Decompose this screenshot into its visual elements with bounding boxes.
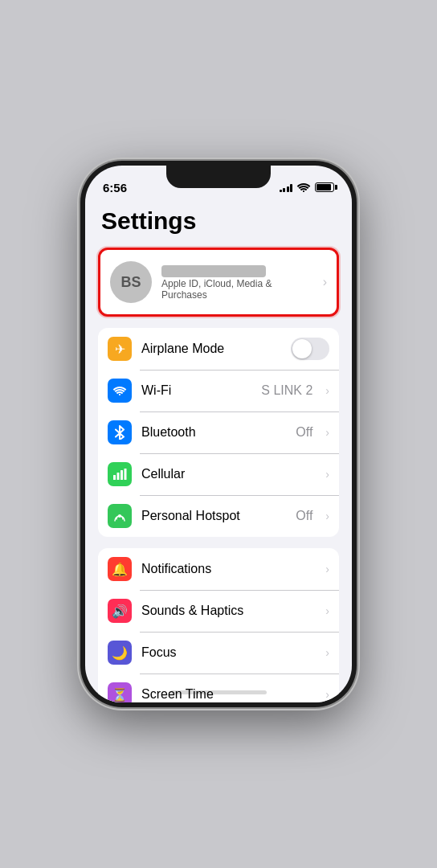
profile-row[interactable]: BS Apple ID, iCloud, Media & Purchases › [98, 248, 339, 317]
focus-chevron: › [325, 646, 329, 659]
toggle-thumb [292, 339, 312, 358]
profile-chevron: › [323, 275, 327, 289]
notifications-label: Notifications [141, 562, 316, 576]
focus-row[interactable]: 🌙 Focus › [98, 632, 339, 674]
personal-hotspot-row[interactable]: Personal Hotspot Off › [98, 495, 339, 537]
bluetooth-label: Bluetooth [141, 425, 286, 440]
wifi-chevron: › [325, 384, 329, 397]
bluetooth-chevron: › [325, 426, 329, 439]
screen: 6:56 Settings [85, 166, 352, 702]
profile-info: Apple ID, iCloud, Media & Purchases [161, 264, 313, 301]
bluetooth-value: Off [296, 425, 312, 440]
hotspot-value: Off [296, 509, 312, 523]
wifi-icon [108, 379, 132, 403]
notifications-icon: 🔔 [108, 557, 132, 581]
svg-rect-1 [117, 473, 120, 480]
sounds-chevron: › [325, 604, 329, 617]
hotspot-icon [108, 504, 132, 528]
avatar: BS [110, 261, 152, 303]
notifications-chevron: › [325, 563, 329, 575]
screen-time-icon: ⏳ [108, 682, 132, 702]
wifi-label: Wi-Fi [141, 383, 251, 398]
svg-rect-3 [125, 469, 127, 480]
sounds-label: Sounds & Haptics [141, 604, 316, 618]
screen-time-row[interactable]: ⏳ Screen Time › [98, 674, 339, 702]
battery-icon [315, 182, 334, 192]
cellular-row[interactable]: Cellular › [98, 453, 339, 495]
settings-content: Settings BS Apple ID, iCloud, Media & Pu… [85, 201, 352, 702]
airplane-mode-row[interactable]: ✈ Airplane Mode [98, 328, 339, 370]
focus-icon: 🌙 [108, 641, 132, 665]
airplane-mode-icon: ✈ [108, 337, 132, 361]
airplane-mode-label: Airplane Mode [141, 342, 281, 356]
bluetooth-row[interactable]: Bluetooth Off › [98, 411, 339, 453]
notch [166, 166, 271, 188]
page-title: Settings [98, 207, 339, 235]
phone-frame: 6:56 Settings [80, 161, 357, 707]
cellular-icon [108, 462, 132, 486]
svg-rect-2 [120, 470, 123, 480]
sounds-row[interactable]: 🔊 Sounds & Haptics › [98, 590, 339, 632]
connectivity-group: ✈ Airplane Mode [98, 328, 339, 537]
signal-icon [280, 183, 293, 192]
sounds-icon: 🔊 [108, 599, 132, 623]
hotspot-chevron: › [325, 510, 329, 522]
profile-subtitle: Apple ID, iCloud, Media & Purchases [161, 278, 313, 301]
wifi-value: S LINK 2 [261, 383, 312, 398]
status-icons [280, 182, 335, 193]
home-indicator[interactable] [170, 690, 267, 694]
wifi-row[interactable]: Wi-Fi S LINK 2 › [98, 370, 339, 411]
status-time: 6:56 [103, 181, 127, 194]
cellular-label: Cellular [141, 467, 316, 481]
cellular-chevron: › [325, 468, 329, 481]
focus-label: Focus [141, 645, 316, 660]
airplane-mode-toggle[interactable] [291, 338, 329, 360]
svg-rect-0 [113, 475, 116, 480]
notifications-row[interactable]: 🔔 Notifications › [98, 548, 339, 590]
bluetooth-icon [108, 420, 132, 444]
screen-time-label: Screen Time [141, 687, 316, 702]
wifi-status-icon [296, 182, 311, 193]
profile-name-blurred [161, 265, 266, 277]
notifications-group: 🔔 Notifications › 🔊 Sounds & Haptics › 🌙… [98, 548, 339, 702]
hotspot-label: Personal Hotspot [141, 509, 286, 523]
screen-time-chevron: › [325, 688, 329, 701]
